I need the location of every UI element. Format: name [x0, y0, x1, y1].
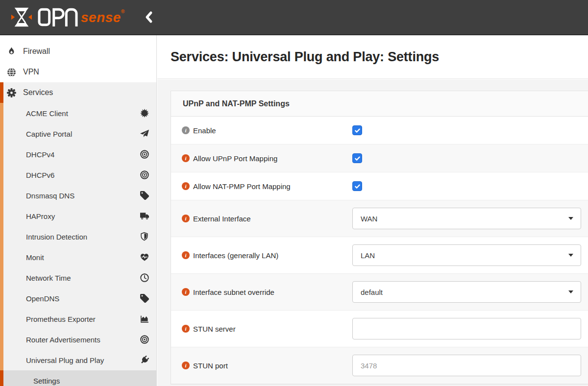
settings-row-interfaces-generally-lan: iInterfaces (generally LAN)LAN [171, 237, 588, 274]
sidebar-nav: FirewallVPNServicesACME ClientCaptive Po… [0, 35, 157, 386]
sidebar-item-intrusion-detection[interactable]: Intrusion Detection [0, 226, 156, 247]
sidebar-item-label: Settings [33, 377, 60, 385]
sidebar-item-label: VPN [23, 68, 39, 76]
content-area: UPnP and NAT-PMP Settings iEnableiAllow … [157, 79, 588, 386]
select-value: default [361, 288, 383, 296]
bullseye-icon [140, 150, 149, 159]
fire-icon [7, 47, 16, 56]
field-label-text: STUN port [193, 362, 228, 370]
field-label-interfaces-generally-lan: iInterfaces (generally LAN) [171, 251, 352, 260]
heartbeat-icon [140, 253, 149, 262]
sidebar-item-dhcpv6[interactable]: DHCPv6 [0, 165, 156, 185]
settings-row-external-interface: iExternal InterfaceWAN [171, 200, 588, 237]
settings-row-stun-port: iSTUN port [171, 347, 588, 384]
sidebar-item-label: Dnsmasq DNS [26, 192, 74, 200]
field-control-external-interface: WAN [352, 208, 588, 229]
info-icon[interactable]: i [182, 154, 190, 162]
sidebar-item-captive-portal[interactable]: Captive Portal [0, 123, 156, 144]
chevron-down-icon [568, 290, 573, 293]
info-icon[interactable]: i [182, 182, 190, 190]
allow-nat-pmp-port-mapping-checkbox[interactable] [352, 181, 362, 191]
sidebar-item-label: Intrusion Detection [26, 233, 87, 241]
sidebar-item-label: Services [23, 88, 53, 97]
brand-sense-text: sense® [81, 9, 125, 25]
sidebar-item-label: Firewall [23, 47, 50, 56]
field-control-stun-port [352, 355, 588, 376]
tag-icon [140, 294, 149, 303]
brand-opn-text [35, 8, 80, 26]
sidebar-item-label: Captive Portal [26, 130, 72, 138]
info-icon[interactable]: i [182, 288, 190, 296]
settings-rows: iEnableiAllow UPnP Port MappingiAllow NA… [171, 117, 588, 384]
certificate-icon [140, 109, 149, 118]
registered-mark: ® [121, 9, 125, 14]
sidebar-item-label: DHCPv6 [26, 171, 54, 179]
sidebar-item-label: Router Advertisements [26, 336, 100, 344]
field-label-allow-nat-pmp-port-mapping: iAllow NAT-PMP Port Mapping [171, 182, 352, 191]
enable-checkbox[interactable] [352, 125, 362, 135]
info-icon[interactable]: i [182, 362, 190, 369]
bullseye-icon [140, 170, 149, 179]
main-area: Services: Universal Plug and Play: Setti… [157, 35, 588, 386]
sidebar-item-services[interactable]: Services [0, 82, 156, 103]
truck-icon [140, 212, 149, 220]
title-bar: Services: Universal Plug and Play: Setti… [157, 35, 588, 79]
field-label-external-interface: iExternal Interface [171, 215, 352, 223]
stun-server-input[interactable] [352, 318, 581, 339]
sidebar-item-prometheus-exporter[interactable]: Prometheus Exporter [0, 309, 156, 329]
info-icon[interactable]: i [182, 251, 190, 259]
info-icon[interactable]: i [182, 325, 190, 333]
sidebar-item-universal-plug-and-play[interactable]: Universal Plug and Play [0, 350, 156, 370]
interface-subnet-override-select[interactable]: default [352, 281, 581, 303]
field-label-text: Allow NAT-PMP Port Mapping [193, 182, 291, 191]
field-control-stun-server [352, 318, 588, 339]
plug-icon [140, 356, 149, 364]
panel-header: UPnP and NAT-PMP Settings [171, 91, 588, 117]
top-header-bar: sense® [0, 0, 588, 35]
sidebar-item-haproxy[interactable]: HAProxy [0, 206, 156, 226]
sidebar-item-firewall[interactable]: Firewall [0, 41, 156, 62]
field-label-allow-upnp-port-mapping: iAllow UPnP Port Mapping [171, 154, 352, 163]
interfaces-generally-lan-select[interactable]: LAN [352, 244, 581, 266]
settings-row-stun-server: iSTUN server [171, 311, 588, 347]
select-value: WAN [361, 215, 377, 223]
sidebar-item-label: DHCPv4 [26, 150, 54, 159]
stun-port-input[interactable] [352, 355, 581, 376]
settings-row-enable: iEnable [171, 117, 588, 145]
tag-icon [140, 191, 149, 200]
settings-row-allow-nat-pmp-port-mapping: iAllow NAT-PMP Port Mapping [171, 172, 588, 200]
field-control-enable [352, 125, 588, 135]
field-label-text: Enable [193, 126, 216, 135]
paper-plane-icon [140, 129, 149, 138]
field-control-interface-subnet-override: default [352, 281, 588, 303]
info-icon[interactable]: i [182, 215, 190, 222]
sidebar-item-acme-client[interactable]: ACME Client [0, 103, 156, 123]
sidebar-item-opendns[interactable]: OpenDNS [0, 288, 156, 309]
field-label-text: Allow UPnP Port Mapping [193, 154, 277, 163]
chevron-down-icon [568, 254, 573, 257]
settings-panel: UPnP and NAT-PMP Settings iEnableiAllow … [171, 91, 588, 385]
shield-icon [140, 232, 149, 241]
sidebar-item-dnsmasq-dns[interactable]: Dnsmasq DNS [0, 185, 156, 206]
sidebar-collapse-icon[interactable] [144, 11, 154, 24]
sidebar-item-vpn[interactable]: VPN [0, 62, 156, 82]
sidebar-item-network-time[interactable]: Network Time [0, 267, 156, 288]
allow-upnp-port-mapping-checkbox[interactable] [352, 153, 362, 163]
external-interface-select[interactable]: WAN [352, 208, 581, 229]
clock-icon [140, 273, 149, 282]
bullseye-icon [140, 335, 149, 344]
settings-row-interface-subnet-override: iInterface subnet overridedefault [171, 274, 588, 311]
sidebar-item-dhcpv4[interactable]: DHCPv4 [0, 144, 156, 165]
sidebar-item-label: OpenDNS [26, 294, 59, 303]
sidebar-item-settings[interactable]: Settings [0, 370, 156, 386]
sidebar-item-label: Universal Plug and Play [26, 356, 104, 364]
sidebar-item-router-advertisements[interactable]: Router Advertisements [0, 329, 156, 350]
gear-icon [7, 88, 16, 97]
opnsense-logo[interactable]: sense® [0, 6, 125, 28]
settings-row-allow-upnp-port-mapping: iAllow UPnP Port Mapping [171, 145, 588, 172]
field-label-text: STUN server [193, 325, 236, 333]
info-icon[interactable]: i [182, 126, 190, 134]
sidebar-item-monit[interactable]: Monit [0, 247, 156, 267]
field-label-text: External Interface [193, 215, 251, 223]
chart-area-icon [140, 314, 149, 323]
